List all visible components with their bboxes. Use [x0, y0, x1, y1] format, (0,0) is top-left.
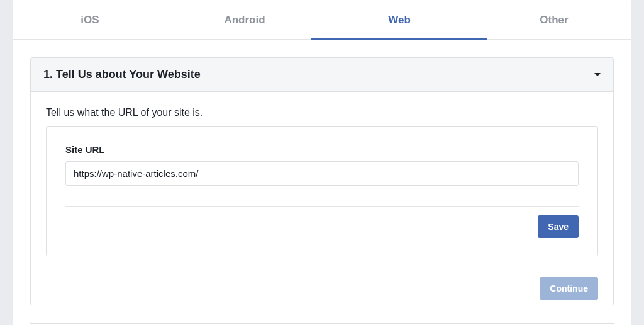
- panel-website-info: 1. Tell Us about Your Website Tell us wh…: [30, 57, 614, 305]
- main-container: iOS Android Web Other 1. Tell Us about Y…: [13, 0, 631, 325]
- chevron-down-icon: [594, 73, 601, 76]
- site-url-input[interactable]: [65, 161, 579, 186]
- platform-tabs: iOS Android Web Other: [13, 0, 631, 40]
- site-url-label: Site URL: [65, 144, 579, 155]
- panel-body: Tell us what the URL of your site is. Si…: [31, 92, 613, 305]
- panel-website-info-header[interactable]: 1. Tell Us about Your Website: [31, 58, 613, 92]
- tab-other[interactable]: Other: [477, 0, 631, 39]
- save-row: Save: [65, 207, 579, 243]
- save-button[interactable]: Save: [538, 215, 579, 238]
- form-box: Site URL Save: [46, 126, 598, 256]
- content-area: 1. Tell Us about Your Website Tell us wh…: [13, 40, 631, 325]
- tab-web[interactable]: Web: [322, 0, 477, 39]
- tab-android[interactable]: Android: [167, 0, 322, 39]
- tab-ios[interactable]: iOS: [13, 0, 167, 39]
- prompt-text: Tell us what the URL of your site is.: [46, 107, 598, 118]
- continue-row: Continue: [46, 268, 598, 305]
- panel-title: 1. Tell Us about Your Website: [43, 68, 201, 81]
- continue-button[interactable]: Continue: [540, 277, 598, 300]
